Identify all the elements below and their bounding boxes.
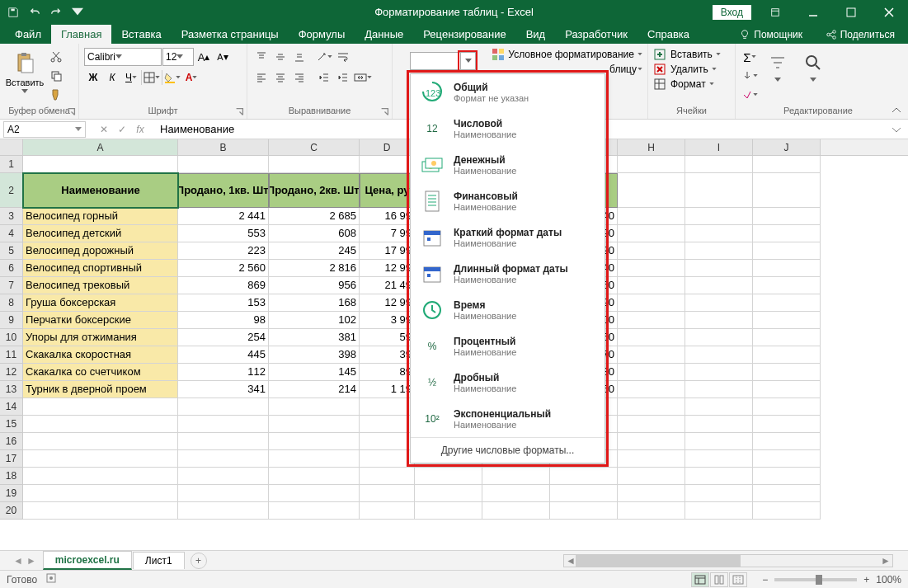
format-option-1[interactable]: 12ЧисловойНаименование xyxy=(411,111,605,147)
row-header[interactable]: 13 xyxy=(0,381,23,398)
cell[interactable]: 2 685 xyxy=(269,208,360,225)
orientation-button[interactable] xyxy=(315,48,333,66)
ribbon-options-icon[interactable] xyxy=(756,0,794,24)
insert-cells-button[interactable]: Вставить xyxy=(653,48,721,61)
cell[interactable]: 254 xyxy=(178,329,269,346)
cell[interactable]: 214 xyxy=(269,381,360,398)
cell[interactable] xyxy=(753,260,821,277)
cell[interactable] xyxy=(685,260,753,277)
cell[interactable] xyxy=(482,468,550,485)
cell[interactable] xyxy=(23,156,178,173)
delete-cells-button[interactable]: Удалить xyxy=(653,63,717,76)
wrap-text-button[interactable] xyxy=(334,48,352,66)
add-sheet-button[interactable]: + xyxy=(191,553,207,569)
merge-button[interactable] xyxy=(353,68,373,87)
align-top-button[interactable] xyxy=(252,48,271,66)
row-header[interactable]: 10 xyxy=(0,329,23,346)
align-middle-button[interactable] xyxy=(271,48,289,66)
tab-help[interactable]: Справка xyxy=(637,25,699,44)
cell[interactable] xyxy=(269,433,360,450)
row-header[interactable]: 1 xyxy=(0,156,23,173)
cell[interactable] xyxy=(269,450,360,468)
cell[interactable] xyxy=(685,312,753,329)
sheet-tab-1[interactable]: microexcel.ru xyxy=(43,551,132,570)
cell[interactable] xyxy=(23,468,178,485)
cell[interactable] xyxy=(178,450,269,468)
tellme-button[interactable]: Помощник xyxy=(732,26,809,44)
format-cells-button[interactable]: Формат xyxy=(653,78,714,91)
cell[interactable] xyxy=(753,329,821,346)
col-header-I[interactable]: I xyxy=(685,139,753,155)
cell[interactable] xyxy=(618,173,685,208)
close-icon[interactable] xyxy=(870,0,908,24)
format-painter-button[interactable] xyxy=(47,86,65,104)
col-header-J[interactable]: J xyxy=(753,139,821,155)
cell[interactable]: Наименование xyxy=(23,173,178,208)
cell[interactable]: 102 xyxy=(269,312,360,329)
cell[interactable] xyxy=(685,433,753,450)
cell[interactable] xyxy=(685,208,753,225)
number-format-dropdown-button[interactable] xyxy=(460,53,475,69)
row-header[interactable]: 6 xyxy=(0,260,23,277)
font-size-combo[interactable]: 12 xyxy=(162,48,194,66)
cell[interactable] xyxy=(753,242,821,260)
col-header-H[interactable]: H xyxy=(618,139,685,155)
cell[interactable]: 145 xyxy=(269,364,360,381)
qat-customize-icon[interactable] xyxy=(68,2,87,22)
alignment-launcher-icon[interactable] xyxy=(379,106,390,117)
cell[interactable] xyxy=(685,364,753,381)
cell[interactable] xyxy=(753,450,821,468)
cell[interactable]: 869 xyxy=(178,277,269,294)
sheet-nav-next-icon[interactable]: ► xyxy=(26,555,36,567)
cell[interactable] xyxy=(23,433,178,450)
select-all-corner[interactable] xyxy=(0,139,23,155)
tab-layout[interactable]: Разметка страницы xyxy=(172,25,289,44)
decrease-indent-button[interactable] xyxy=(315,68,333,87)
cell[interactable] xyxy=(685,242,753,260)
cell[interactable] xyxy=(618,156,685,173)
cell[interactable]: Велосипед детский xyxy=(23,225,178,242)
page-break-view-button[interactable] xyxy=(729,572,747,587)
cell[interactable] xyxy=(685,277,753,294)
cell[interactable] xyxy=(618,312,685,329)
paste-button[interactable]: Вставить xyxy=(5,48,45,96)
fill-button[interactable] xyxy=(741,67,759,85)
row-header[interactable]: 9 xyxy=(0,312,23,329)
tab-formulas[interactable]: Формулы xyxy=(289,25,355,44)
format-option-0[interactable]: 123ОбщийФормат не указан xyxy=(411,74,605,111)
cut-button[interactable] xyxy=(47,48,65,66)
font-launcher-icon[interactable] xyxy=(234,106,245,117)
zoom-out-button[interactable]: − xyxy=(762,574,768,586)
maximize-icon[interactable] xyxy=(832,0,870,24)
cell[interactable] xyxy=(685,381,753,398)
cell[interactable] xyxy=(269,416,360,433)
cell[interactable] xyxy=(178,502,269,520)
row-header[interactable]: 3 xyxy=(0,208,23,225)
cell[interactable]: 153 xyxy=(178,294,269,312)
cell[interactable] xyxy=(618,485,685,502)
login-button[interactable]: Вход xyxy=(713,5,751,20)
row-header[interactable]: 7 xyxy=(0,277,23,294)
cell[interactable]: 223 xyxy=(178,242,269,260)
borders-button[interactable] xyxy=(143,68,161,87)
row-header[interactable]: 2 xyxy=(0,173,23,208)
cell[interactable] xyxy=(415,468,482,485)
cell[interactable]: 2 560 xyxy=(178,260,269,277)
bold-button[interactable]: Ж xyxy=(84,68,102,87)
cell[interactable] xyxy=(753,346,821,364)
sheet-tab-2[interactable]: Лист1 xyxy=(133,552,185,569)
cell[interactable] xyxy=(178,468,269,485)
col-header-B[interactable]: B xyxy=(178,139,269,155)
format-table-partial[interactable]: блицу xyxy=(609,64,637,75)
cell[interactable] xyxy=(360,485,415,502)
cell[interactable]: 98 xyxy=(178,312,269,329)
cell[interactable]: 7 99 xyxy=(360,225,415,242)
cell[interactable] xyxy=(618,416,685,433)
row-header[interactable]: 4 xyxy=(0,225,23,242)
col-header-A[interactable]: A xyxy=(23,139,178,155)
cell[interactable] xyxy=(269,398,360,416)
fill-color-button[interactable] xyxy=(163,68,181,87)
cell[interactable]: Груша боксерская xyxy=(23,294,178,312)
cell[interactable] xyxy=(753,364,821,381)
copy-button[interactable] xyxy=(47,67,65,85)
